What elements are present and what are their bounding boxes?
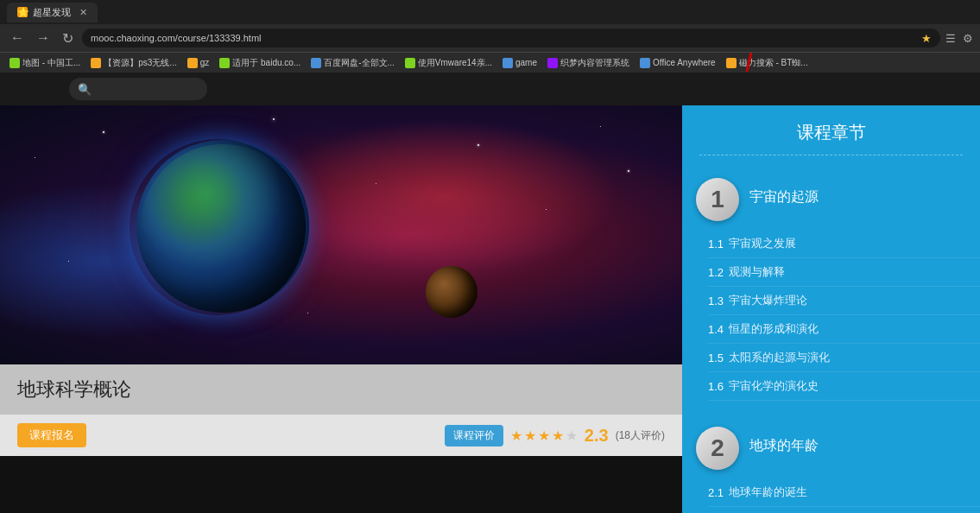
nav-icons: ☰ ⚙ bbox=[945, 32, 973, 45]
chapter-number-circle-0: 1 bbox=[696, 178, 739, 221]
course-title: 地球科学概论 bbox=[17, 378, 131, 400]
chapter-item-0-5[interactable]: 1.6宇宙化学的演化史 bbox=[708, 372, 980, 401]
address-bar[interactable]: mooc.chaoxing.com/course/133339.html ★ bbox=[82, 28, 940, 48]
star-4: ★ bbox=[552, 428, 564, 444]
star-3: ★ bbox=[538, 428, 550, 444]
bookmark-label-9: 磁力搜索 - BT蜘... bbox=[739, 57, 808, 69]
course-bottom-bar: 课程报名 课程评价 ★ ★ ★ ★ ★ 2.3 (18人评价) bbox=[0, 415, 682, 456]
bookmark-label-6: game bbox=[515, 58, 537, 67]
course-area: 地球科学概论 课程报名 课程评价 ★ ★ ★ ★ ★ 2.3 (18人评价) bbox=[0, 105, 682, 513]
bookmark-icon-1 bbox=[91, 58, 101, 68]
chapter-number-circle-1: 2 bbox=[696, 427, 739, 470]
chapter-title-0: 宇宙的起源 bbox=[749, 178, 819, 206]
chapter-header: 课程章节 bbox=[682, 105, 980, 155]
chapter-item-0-4[interactable]: 1.5太阳系的起源与演化 bbox=[708, 344, 980, 372]
bookmark-icon-6 bbox=[503, 58, 513, 68]
bookmark-icon-4 bbox=[311, 58, 321, 68]
chapter-header-title: 课程章节 bbox=[682, 121, 980, 144]
bookmark-star[interactable]: ★ bbox=[921, 32, 932, 45]
bookmark-label-8: Office Anywhere bbox=[653, 58, 716, 67]
nav-icon-2[interactable]: ⚙ bbox=[963, 32, 973, 45]
bookmark-label-4: 百度网盘-全部文... bbox=[324, 57, 395, 69]
chapter-item-0-3[interactable]: 1.4恒星的形成和演化 bbox=[708, 315, 980, 344]
address-text: mooc.chaoxing.com/course/133339.html bbox=[91, 33, 921, 43]
bookmark-label-0: 地图 - 中国工... bbox=[22, 57, 80, 69]
bookmark-icon-3 bbox=[219, 58, 230, 68]
chapter-panel: 课程章节 1宇宙的起源1.1宇宙观之发展1.2观测与解释1.3宇宙大爆炸理论1.… bbox=[682, 105, 980, 513]
browser-chrome: ⭐ 超星发现 ✕ ← → ↻ mooc.chaoxing.com/course/… bbox=[0, 0, 980, 52]
chapter-number-row-0: 1宇宙的起源 bbox=[682, 173, 980, 226]
tab-favicon: ⭐ bbox=[17, 7, 28, 17]
tab-close-btn[interactable]: ✕ bbox=[79, 7, 87, 18]
search-bar-row: 🔍 bbox=[0, 73, 980, 105]
bookmark-item-6[interactable]: game bbox=[498, 56, 541, 70]
star-5: ★ bbox=[566, 428, 578, 444]
rating-section: 课程评价 ★ ★ ★ ★ ★ 2.3 (18人评价) bbox=[445, 425, 665, 446]
planet-small bbox=[426, 266, 477, 318]
search-box[interactable]: 🔍 bbox=[69, 78, 207, 100]
bookmark-item-1[interactable]: 【资源】ps3无线... bbox=[86, 55, 180, 71]
bookmarks-container: 地图 - 中国工...【资源】ps3无线...gz适用于 baidu.co...… bbox=[5, 55, 812, 71]
bookmark-label-5: 使用Vmware14亲... bbox=[418, 57, 492, 69]
bookmark-icon-2 bbox=[187, 58, 198, 68]
bookmark-icon-5 bbox=[405, 58, 415, 68]
chapter-item-label-0-1: 观测与解释 bbox=[729, 264, 785, 280]
stars-decoration bbox=[0, 105, 682, 364]
active-tab[interactable]: ⭐ 超星发现 ✕ bbox=[7, 3, 98, 22]
nav-bar: ← → ↻ mooc.chaoxing.com/course/133339.ht… bbox=[0, 24, 980, 52]
chapters-container: 1宇宙的起源1.1宇宙观之发展1.2观测与解释1.3宇宙大爆炸理论1.4恒星的形… bbox=[682, 164, 980, 513]
chapter-item-0-0[interactable]: 1.1宇宙观之发展 bbox=[708, 230, 980, 258]
chapter-item-1-0[interactable]: 2.1地球年龄的诞生 bbox=[708, 478, 980, 507]
chapter-title-1: 地球的年龄 bbox=[749, 427, 819, 455]
forward-button[interactable]: → bbox=[33, 28, 54, 48]
chapter-item-label-1-0: 地球年龄的诞生 bbox=[729, 484, 807, 500]
bookmarks-bar: 地图 - 中国工...【资源】ps3无线...gz适用于 baidu.co...… bbox=[0, 52, 980, 73]
planet-earth bbox=[136, 140, 309, 313]
bookmark-icon-7 bbox=[547, 58, 558, 68]
bookmark-item-8[interactable]: Office Anywhere bbox=[635, 56, 720, 70]
bookmark-label-1: 【资源】ps3无线... bbox=[104, 57, 176, 69]
chapter-items-0: 1.1宇宙观之发展1.2观测与解释1.3宇宙大爆炸理论1.4恒星的形成和演化1.… bbox=[682, 226, 980, 404]
star-rating: ★ ★ ★ ★ ★ bbox=[510, 428, 578, 444]
bookmark-label-7: 织梦内容管理系统 bbox=[560, 57, 629, 69]
bookmark-item-7[interactable]: 织梦内容管理系统 bbox=[543, 55, 634, 71]
tab-title: 超星发现 bbox=[33, 6, 71, 19]
bookmark-item-5[interactable]: 使用Vmware14亲... bbox=[401, 55, 496, 71]
main-content: 地球科学概论 课程报名 课程评价 ★ ★ ★ ★ ★ 2.3 (18人评价) 课… bbox=[0, 105, 980, 513]
bookmark-item-0[interactable]: 地图 - 中国工... bbox=[5, 55, 85, 71]
bookmark-icon-0 bbox=[9, 58, 20, 68]
chapter-section-0: 1宇宙的起源1.1宇宙观之发展1.2观测与解释1.3宇宙大爆炸理论1.4恒星的形… bbox=[682, 164, 980, 413]
bookmark-icon-8 bbox=[640, 58, 650, 68]
rating-count: (18人评价) bbox=[616, 428, 665, 443]
refresh-button[interactable]: ↻ bbox=[59, 28, 77, 48]
chapter-items-1: 2.1地球年龄的诞生 bbox=[682, 475, 980, 510]
chapter-item-num-0-5: 1.6 bbox=[708, 380, 724, 393]
chapter-item-0-1[interactable]: 1.2观测与解释 bbox=[708, 258, 980, 287]
bookmark-icon-9 bbox=[726, 58, 737, 68]
bookmark-item-9[interactable]: 磁力搜索 - BT蜘... bbox=[722, 55, 812, 71]
enroll-button[interactable]: 课程报名 bbox=[17, 423, 86, 447]
star-1: ★ bbox=[510, 428, 522, 444]
rating-score: 2.3 bbox=[585, 426, 609, 446]
chapter-item-label-0-0: 宇宙观之发展 bbox=[729, 236, 796, 251]
chapter-item-num-1-0: 2.1 bbox=[708, 486, 724, 499]
chapter-item-num-0-1: 1.2 bbox=[708, 266, 724, 279]
tab-bar: ⭐ 超星发现 ✕ bbox=[0, 0, 980, 24]
bookmark-label-3: 适用于 baidu.co... bbox=[232, 57, 300, 69]
course-hero-image bbox=[0, 105, 682, 364]
chapter-item-num-0-2: 1.3 bbox=[708, 294, 724, 307]
bookmark-item-4[interactable]: 百度网盘-全部文... bbox=[307, 55, 399, 71]
chapter-item-num-0-0: 1.1 bbox=[708, 238, 724, 250]
chapter-item-label-0-5: 宇宙化学的演化史 bbox=[729, 378, 819, 394]
chapter-item-num-0-4: 1.5 bbox=[708, 352, 724, 364]
bookmark-item-2[interactable]: gz bbox=[183, 56, 214, 70]
course-title-bar: 地球科学概论 bbox=[0, 364, 682, 415]
search-icon: 🔍 bbox=[78, 83, 92, 96]
nav-icon-1[interactable]: ☰ bbox=[945, 32, 956, 45]
back-button[interactable]: ← bbox=[7, 28, 28, 48]
chapter-divider bbox=[699, 155, 963, 155]
chapter-section-1: 2地球的年龄2.1地球年龄的诞生 bbox=[682, 413, 980, 513]
bookmark-item-3[interactable]: 适用于 baidu.co... bbox=[215, 55, 305, 71]
star-2: ★ bbox=[524, 428, 536, 444]
chapter-item-0-2[interactable]: 1.3宇宙大爆炸理论 bbox=[708, 287, 980, 315]
